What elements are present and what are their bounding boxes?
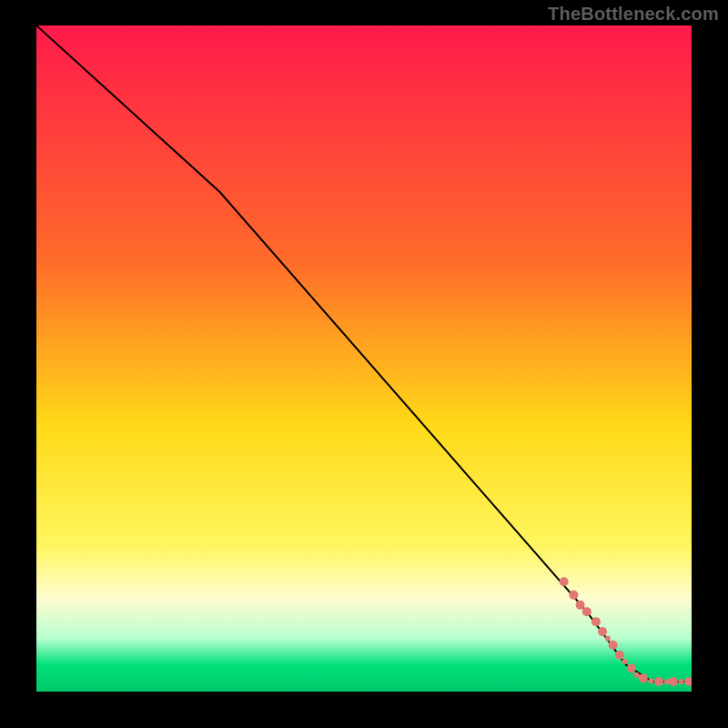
tail-marker [560, 577, 569, 586]
chart-stage: TheBottleneck.com [0, 0, 728, 728]
tail-marker [648, 678, 653, 683]
gradient-background [36, 25, 692, 692]
tail-marker [569, 591, 578, 600]
attribution-text: TheBottleneck.com [548, 4, 719, 25]
tail-marker [634, 672, 640, 678]
tail-marker [664, 679, 670, 684]
chart-svg [36, 25, 692, 692]
plot-area [36, 25, 692, 692]
tail-marker [654, 677, 663, 686]
tail-marker [605, 635, 611, 641]
tail-marker [598, 627, 607, 636]
tail-marker [582, 607, 592, 616]
tail-marker [615, 651, 624, 660]
tail-marker [678, 679, 683, 684]
tail-marker [639, 673, 648, 682]
tail-marker [609, 641, 618, 650]
tail-marker [669, 677, 678, 686]
tail-marker [592, 617, 601, 626]
tail-marker [622, 659, 628, 664]
tail-marker [576, 601, 585, 610]
tail-marker [627, 663, 636, 672]
